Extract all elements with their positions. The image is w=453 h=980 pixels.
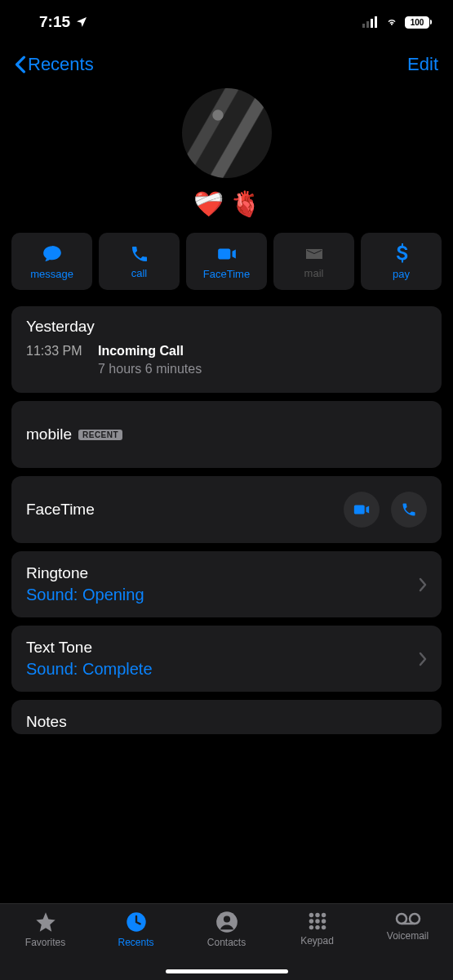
tab-label: Contacts xyxy=(207,937,246,948)
message-icon xyxy=(42,243,63,265)
call-button[interactable]: call xyxy=(99,233,180,290)
call-label: call xyxy=(131,267,148,279)
texttone-value: Sound: Complete xyxy=(26,660,153,679)
edit-button[interactable]: Edit xyxy=(407,54,438,75)
svg-point-7 xyxy=(309,913,313,917)
mobile-card[interactable]: mobile RECENT xyxy=(11,401,442,468)
tab-label: Keypad xyxy=(300,935,334,947)
svg-point-13 xyxy=(309,925,313,929)
pay-button[interactable]: pay xyxy=(361,233,442,290)
emoji-anatomical-heart: 🫀 xyxy=(230,189,260,218)
wifi-icon xyxy=(384,16,400,28)
action-row: message call FaceTime mail pay xyxy=(0,218,453,298)
svg-rect-3 xyxy=(375,16,377,28)
facetime-video-button[interactable] xyxy=(344,492,380,528)
texttone-title: Text Tone xyxy=(26,639,153,657)
home-indicator[interactable] xyxy=(166,969,288,973)
back-label: Recents xyxy=(28,54,94,75)
notes-title: Notes xyxy=(26,713,427,731)
status-time: 7:15 xyxy=(39,13,70,31)
call-day: Yesterday xyxy=(26,318,427,336)
cellular-icon xyxy=(362,16,379,28)
mail-label: mail xyxy=(304,267,324,279)
tab-label: Recents xyxy=(118,937,153,948)
message-button[interactable]: message xyxy=(11,233,92,290)
svg-point-8 xyxy=(315,913,319,917)
facetime-card: FaceTime xyxy=(11,476,442,543)
clock-icon xyxy=(125,911,148,933)
facetime-button[interactable]: FaceTime xyxy=(186,233,267,290)
tab-label: Voicemail xyxy=(387,930,429,942)
voicemail-icon xyxy=(394,911,422,927)
call-time: 11:33 PM xyxy=(26,344,88,359)
ringtone-value: Sound: Opening xyxy=(26,586,144,604)
tab-favorites[interactable]: Favorites xyxy=(0,911,91,948)
call-duration: 7 hours 6 minutes xyxy=(98,362,427,376)
status-bar: 7:15 100 xyxy=(0,0,453,44)
svg-point-14 xyxy=(315,925,319,929)
video-icon xyxy=(216,243,238,265)
tab-label: Favorites xyxy=(25,937,65,948)
svg-point-10 xyxy=(309,919,313,923)
mobile-label: mobile xyxy=(26,425,72,443)
svg-point-11 xyxy=(315,919,319,923)
contact-header: ❤️‍🩹 🫀 xyxy=(0,88,453,218)
tab-keypad[interactable]: Keypad xyxy=(272,911,362,947)
video-icon xyxy=(353,501,371,519)
chevron-right-icon xyxy=(419,577,427,592)
message-label: message xyxy=(30,268,73,280)
svg-point-12 xyxy=(321,919,325,923)
svg-point-9 xyxy=(321,913,325,917)
call-log-card[interactable]: Yesterday 11:33 PM Incoming Call 7 hours… xyxy=(11,306,442,393)
texttone-card[interactable]: Text Tone Sound: Complete xyxy=(11,626,442,692)
tab-voicemail[interactable]: Voicemail xyxy=(362,911,453,942)
facetime-card-label: FaceTime xyxy=(26,501,95,519)
svg-point-6 xyxy=(223,915,229,922)
mail-icon xyxy=(304,244,324,264)
location-icon xyxy=(75,16,88,29)
avatar[interactable] xyxy=(182,88,272,178)
ringtone-card[interactable]: Ringtone Sound: Opening xyxy=(11,551,442,617)
phone-icon xyxy=(401,501,417,518)
mail-button: mail xyxy=(273,233,354,290)
chevron-right-icon xyxy=(419,652,427,666)
svg-rect-2 xyxy=(371,19,373,28)
tab-bar: Favorites Recents Contacts Keypad Voicem… xyxy=(0,903,453,980)
chevron-left-icon xyxy=(15,56,26,74)
pay-label: pay xyxy=(393,268,410,280)
ringtone-title: Ringtone xyxy=(26,564,144,582)
svg-point-17 xyxy=(410,914,420,924)
contact-name: ❤️‍🩹 🫀 xyxy=(193,189,260,218)
tab-contacts[interactable]: Contacts xyxy=(181,911,272,948)
person-icon xyxy=(215,911,238,933)
star-icon xyxy=(33,911,58,933)
facetime-audio-button[interactable] xyxy=(391,492,427,528)
dollar-icon xyxy=(395,243,408,265)
notes-card[interactable]: Notes xyxy=(11,700,442,734)
svg-point-16 xyxy=(397,914,406,924)
svg-rect-0 xyxy=(362,24,365,28)
nav-bar: Recents Edit xyxy=(0,44,453,85)
battery-icon: 100 xyxy=(405,16,432,29)
battery-level: 100 xyxy=(405,16,429,29)
facetime-label: FaceTime xyxy=(203,268,250,280)
svg-point-15 xyxy=(321,925,325,929)
svg-rect-1 xyxy=(366,21,369,28)
call-type: Incoming Call xyxy=(98,344,184,359)
back-button[interactable]: Recents xyxy=(15,54,94,75)
keypad-icon xyxy=(307,911,328,932)
emoji-mending-heart: ❤️‍🩹 xyxy=(193,189,224,218)
tab-recents[interactable]: Recents xyxy=(91,911,181,948)
recent-badge: RECENT xyxy=(78,430,122,440)
phone-icon xyxy=(130,244,149,264)
